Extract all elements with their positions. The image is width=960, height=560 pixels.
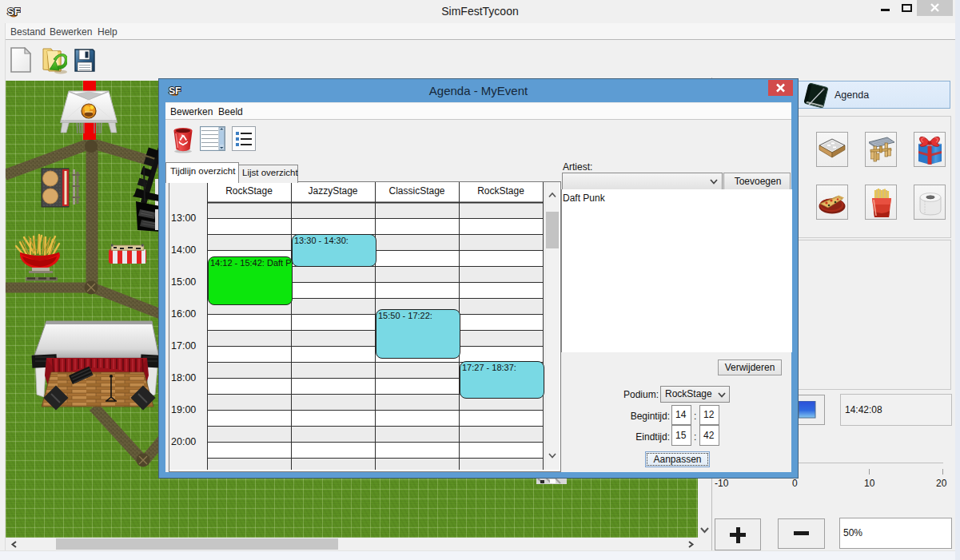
- svg-text:SF: SF: [169, 85, 181, 97]
- svg-text:SF: SF: [7, 6, 21, 18]
